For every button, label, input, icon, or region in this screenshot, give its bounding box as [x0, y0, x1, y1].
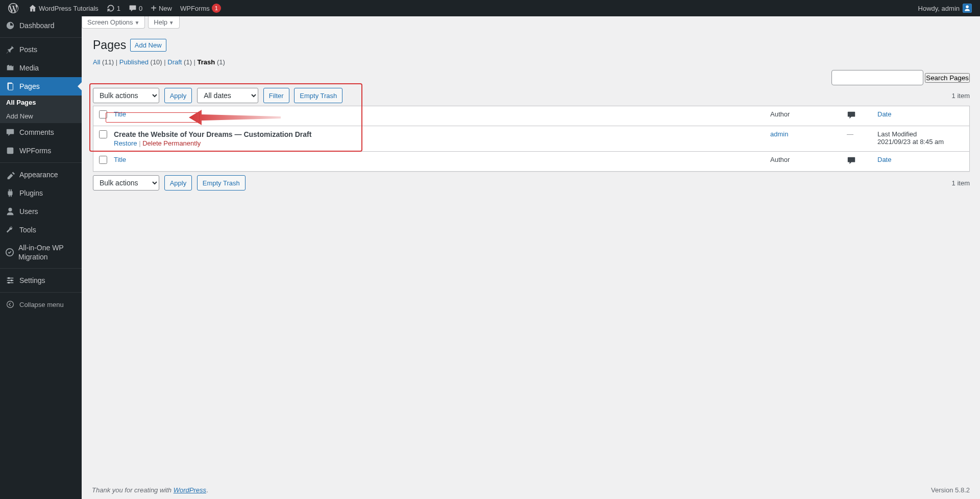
menu-users[interactable]: Users: [0, 202, 82, 221]
col-date-bottom[interactable]: Date: [877, 156, 891, 163]
collapse-menu[interactable]: Collapse menu: [0, 295, 82, 314]
col-title-top[interactable]: Title: [114, 110, 126, 118]
updates-count: 1: [117, 5, 120, 12]
table-row: Create the Website of Your Dreams — Cust…: [93, 126, 969, 151]
svg-point-11: [8, 282, 10, 284]
col-date-top[interactable]: Date: [877, 110, 891, 118]
svg-point-4: [8, 208, 12, 211]
row-date-value: 2021/09/23 at 8:45 am: [877, 138, 964, 146]
pagination-top: 1 item: [952, 92, 970, 100]
row-checkbox[interactable]: [99, 130, 107, 138]
row-author-link[interactable]: admin: [770, 130, 788, 138]
svg-point-12: [7, 301, 14, 308]
svg-point-10: [11, 279, 13, 281]
empty-trash-button-bottom[interactable]: Empty Trash: [197, 175, 246, 191]
filter-button[interactable]: Filter: [263, 88, 289, 103]
submenu-add-new[interactable]: Add New: [0, 109, 82, 123]
my-account[interactable]: Howdy, admin: [914, 0, 976, 16]
svg-rect-3: [7, 148, 14, 154]
site-name-link[interactable]: WordPress Tutorials: [24, 0, 103, 16]
menu-appearance[interactable]: Appearance: [0, 165, 82, 184]
wordpress-icon: [8, 3, 18, 13]
select-all-top[interactable]: [99, 110, 107, 118]
comments-column-icon[interactable]: [847, 112, 856, 121]
wpforms-link[interactable]: WPForms1: [176, 0, 225, 16]
submenu-all-pages[interactable]: All Pages: [0, 96, 82, 109]
appearance-icon: [5, 170, 15, 180]
row-title: Create the Website of Your Dreams — Cust…: [114, 130, 311, 138]
help-button[interactable]: Help: [148, 16, 179, 29]
status-filters: All (11) | Published (10) | Draft (1) | …: [93, 58, 970, 66]
pages-icon: [5, 81, 15, 91]
restore-link[interactable]: Restore: [114, 139, 137, 147]
new-label: New: [159, 5, 172, 12]
filter-draft[interactable]: Draft: [167, 58, 182, 66]
comments-icon: [5, 127, 15, 137]
menu-media[interactable]: Media: [0, 59, 82, 77]
select-all-bottom[interactable]: [99, 156, 107, 164]
updates-link[interactable]: 1: [103, 0, 125, 16]
menu-settings[interactable]: Settings: [0, 271, 82, 290]
wpforms-badge: 1: [212, 4, 221, 13]
site-name: WordPress Tutorials: [39, 5, 99, 12]
media-icon: [5, 63, 15, 73]
howdy-text: Howdy, admin: [918, 5, 960, 12]
empty-trash-button-top[interactable]: Empty Trash: [294, 88, 342, 103]
row-date-label: Last Modified: [877, 130, 964, 138]
footer-version: Version 5.8.2: [931, 486, 970, 494]
search-input[interactable]: [831, 70, 923, 85]
menu-tools[interactable]: Tools: [0, 221, 82, 239]
filter-trash[interactable]: Trash: [198, 58, 215, 66]
col-title-bottom[interactable]: Title: [114, 156, 126, 163]
wp-logo[interactable]: [4, 0, 24, 16]
svg-rect-2: [8, 84, 13, 90]
footer-thankyou: Thank you for creating with WordPress.: [92, 486, 208, 494]
col-author-bottom: Author: [765, 151, 842, 171]
filter-published[interactable]: Published: [119, 58, 149, 66]
update-icon: [107, 4, 115, 12]
wordpress-org-link[interactable]: WordPress: [174, 486, 206, 494]
pin-icon: [5, 44, 15, 55]
dates-filter-select[interactable]: All dates: [197, 88, 258, 103]
bulk-actions-select-top[interactable]: Bulk actions: [93, 88, 159, 103]
menu-posts[interactable]: Posts: [0, 40, 82, 59]
menu-aio-migration[interactable]: All-in-One WP Migration: [0, 239, 82, 266]
col-author-top: Author: [765, 106, 842, 126]
menu-plugins[interactable]: Plugins: [0, 184, 82, 202]
apply-button-top[interactable]: Apply: [164, 88, 192, 103]
add-new-button[interactable]: Add New: [130, 39, 166, 52]
menu-pages-sub: All Pages Add New: [0, 96, 82, 123]
wpforms-label: WPForms: [180, 5, 210, 12]
collapse-icon: [5, 299, 15, 310]
comments-column-icon-bottom[interactable]: [847, 158, 856, 167]
pagination-bottom: 1 item: [952, 179, 970, 187]
svg-point-9: [8, 277, 10, 279]
home-icon: [29, 4, 37, 12]
comments-link[interactable]: 0: [125, 0, 146, 16]
svg-point-0: [966, 5, 969, 8]
menu-comments[interactable]: Comments: [0, 123, 82, 141]
delete-permanently-link[interactable]: Delete Permanently: [142, 139, 201, 147]
search-button[interactable]: Search Pages: [925, 73, 970, 83]
new-content-link[interactable]: +New: [146, 0, 176, 16]
menu-pages[interactable]: Pages: [0, 77, 82, 96]
screen-options-button[interactable]: Screen Options: [82, 16, 145, 29]
dashboard-icon: [5, 20, 15, 31]
settings-icon: [5, 275, 15, 286]
menu-wpforms[interactable]: WPForms: [0, 141, 82, 160]
page-title: Pages: [93, 34, 126, 54]
plus-icon: +: [151, 3, 157, 14]
filter-all[interactable]: All: [93, 58, 100, 66]
menu-dashboard[interactable]: Dashboard: [0, 16, 82, 35]
comment-icon: [129, 4, 137, 12]
bulk-actions-select-bottom[interactable]: Bulk actions: [93, 175, 159, 191]
comments-count: 0: [139, 5, 142, 12]
row-comments: —: [842, 126, 872, 151]
plugins-icon: [5, 188, 15, 198]
wpforms-icon: [5, 146, 15, 156]
apply-button-bottom[interactable]: Apply: [164, 175, 192, 191]
avatar-icon: [963, 4, 972, 13]
users-icon: [5, 206, 15, 217]
migration-icon: [5, 247, 14, 257]
tools-icon: [5, 225, 15, 235]
